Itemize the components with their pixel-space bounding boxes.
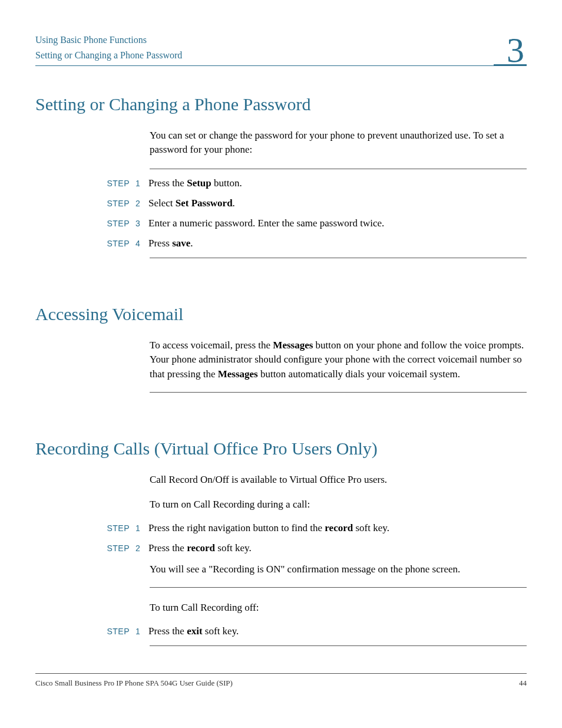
rule-before-steps1 [150,169,527,169]
step-text: Press the exit soft key. [148,625,239,637]
step-row: STEP 1 Press the exit soft key. [35,625,527,637]
section3-stepsB: STEP 1 Press the exit soft key. [35,625,527,637]
section1-intro: You can set or change the password for y… [150,129,527,157]
rule-after-stepsA [150,587,527,588]
section-title-password: Setting or Changing a Phone Password [35,94,527,114]
step-text: Select Set Password. [148,197,235,209]
section-title-recording: Recording Calls (Virtual Office Pro User… [35,439,527,459]
section3-body2: You will see a "Recording is ON" confirm… [150,562,527,577]
chapter-number: 3 [507,32,527,68]
step-row: STEP 4 Press save. [35,238,527,249]
step-number: 1 [135,179,143,188]
step-number: 3 [135,219,143,228]
section3-p4: To turn Call Recording off: [150,601,527,615]
step-label: STEP [106,523,130,533]
rule-after-steps1 [150,258,527,258]
section3-p1: Call Record On/Off is available to Virtu… [150,473,527,487]
step-number: 4 [135,239,143,248]
page: Using Basic Phone Functions Setting or C… [0,0,562,728]
section1-steps: STEP 1 Press the Setup button. STEP 2 Se… [35,177,527,249]
step-row: STEP 1 Press the Setup button. [35,177,527,189]
step-label: STEP [106,627,130,636]
footer-page-number: 44 [519,678,527,688]
step-text: Press the Setup button. [148,177,242,189]
step-row: STEP 2 Press the record soft key. [35,542,527,554]
page-header: Using Basic Phone Functions Setting or C… [35,32,527,68]
section-title-voicemail: Accessing Voicemail [35,304,527,324]
step-number: 1 [135,627,143,636]
step-label: STEP [106,239,130,248]
step-text: Press the right navigation button to fin… [148,522,389,534]
section3-body: Call Record On/Off is available to Virtu… [150,473,527,512]
section2-paragraph: To access voicemail, press the Messages … [150,338,527,381]
footer-title: Cisco Small Business Pro IP Phone SPA 50… [35,678,233,688]
rule-after-section2 [150,392,527,393]
header-rule-thin [35,65,494,66]
step-number: 2 [135,543,143,553]
step-row: STEP 3 Enter a numeric password. Enter t… [35,218,527,229]
step-text: Press save. [148,238,193,249]
section1-body: You can set or change the password for y… [150,129,527,157]
header-line2: Setting or Changing a Phone Password [35,48,182,63]
step-label: STEP [106,179,130,188]
step-label: STEP [106,219,130,228]
step-text: Enter a numeric password. Enter the same… [148,218,384,229]
step-text: Press the record soft key. [148,542,252,554]
section3-p3: You will see a "Recording is ON" confirm… [150,562,527,577]
header-breadcrumb: Using Basic Phone Functions Setting or C… [35,32,182,62]
section2-body: To access voicemail, press the Messages … [150,338,527,381]
page-footer: Cisco Small Business Pro IP Phone SPA 50… [35,673,527,688]
section3-body3: To turn Call Recording off: [150,601,527,615]
step-number: 2 [135,199,143,208]
section3-p2: To turn on Call Recording during a call: [150,498,527,512]
header-line1: Using Basic Phone Functions [35,32,182,48]
section3-stepsA: STEP 1 Press the right navigation button… [35,522,527,554]
header-rule [35,64,527,66]
step-row: STEP 2 Select Set Password. [35,197,527,209]
step-row: STEP 1 Press the right navigation button… [35,522,527,534]
step-number: 1 [135,523,143,533]
step-label: STEP [106,199,130,208]
step-label: STEP [106,543,130,553]
header-rule-thick [494,64,527,66]
rule-after-stepsB [150,645,527,646]
